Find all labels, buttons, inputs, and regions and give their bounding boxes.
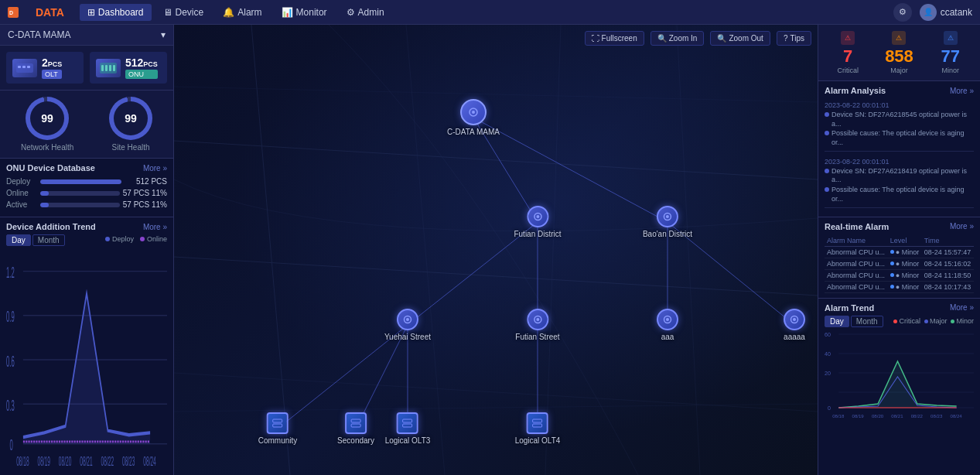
nav-alarm[interactable]: 🔔 Alarm	[215, 4, 269, 21]
online-legend-dot	[140, 237, 145, 241]
alarm-analysis-title: Alarm Analysis	[825, 86, 886, 95]
realtime-more[interactable]: More »	[950, 222, 974, 231]
network-health: 99 Network Health	[21, 97, 73, 152]
svg-rect-63	[273, 424, 282, 427]
svg-text:20: 20	[825, 371, 831, 376]
realtime-table: Alarm Name Level Time Abnormal CPU u... …	[825, 235, 974, 293]
svg-text:08/21: 08/21	[80, 453, 92, 469]
svg-point-53	[666, 215, 669, 218]
user-menu[interactable]: 👤 ccatank	[920, 4, 972, 21]
month-btn[interactable]: Month	[32, 234, 65, 246]
trend-more[interactable]: More »	[143, 223, 167, 231]
node-futian[interactable]: Futian District	[514, 206, 561, 238]
minor-type: Minor	[942, 67, 960, 74]
active-row: Active 57 PCS 11%	[6, 200, 167, 209]
day-month-toggle: Day Month	[6, 234, 65, 246]
node-root[interactable]: C-DATA MAMA	[447, 99, 500, 136]
node-futian-street[interactable]: Futian Street	[515, 309, 559, 341]
svg-rect-4	[22, 66, 26, 68]
alarm-entry-1: 2023-08-22 00:01:01 Device SN: DF27A6218…	[825, 99, 974, 152]
svg-text:0.6: 0.6	[6, 352, 15, 369]
node-secondary[interactable]: Secondary	[337, 412, 374, 445]
admin-icon: ⚙	[347, 7, 355, 18]
alarm-month-btn[interactable]: Month	[851, 316, 883, 327]
svg-rect-5	[27, 66, 30, 68]
olt-count: 2PCS	[42, 56, 62, 69]
nav-device[interactable]: 🖥 Device	[155, 4, 212, 21]
node-aaa[interactable]: aaa	[657, 309, 678, 341]
alarm-day-btn[interactable]: Day	[825, 316, 849, 327]
svg-rect-66	[403, 419, 412, 422]
alarm-analysis-header: Alarm Analysis More »	[825, 86, 974, 95]
node-baoan[interactable]: Bao'an District	[643, 206, 692, 238]
onu-count: 512PCS	[125, 56, 158, 69]
alarm-trend-title: Alarm Trend	[825, 303, 874, 313]
svg-rect-67	[403, 424, 412, 427]
alarm-dot	[825, 187, 829, 192]
nav-items: ⊞ Dashboard 🖥 Device 🔔 Alarm 📊 Monitor ⚙…	[80, 4, 893, 21]
minor-count: 77	[941, 46, 960, 67]
critical-legend-dot	[893, 320, 897, 323]
olt-card[interactable]: 2PCS OLT	[6, 52, 84, 84]
node-aaaaa[interactable]: aaaaa	[784, 309, 805, 341]
svg-text:08/20: 08/20	[872, 414, 884, 419]
major-icon: ⚠	[892, 31, 906, 45]
node-yuehai[interactable]: Yuehai Street	[384, 309, 431, 341]
critical-type: Critical	[837, 67, 859, 74]
fullscreen-btn[interactable]: ⛶ Fullscreen	[585, 31, 644, 46]
alarm-trend-chart: 60 40 20 0 08/18 08/19 08/20 08/21	[825, 330, 974, 423]
site-selector-label: C-DATA MAMA	[8, 29, 71, 40]
username: ccatank	[941, 7, 972, 18]
alarm-table-row: Abnormal CPU u... ● Minor 08-24 15:16:02	[825, 258, 974, 269]
nav-monitor[interactable]: 📊 Monitor	[274, 4, 335, 21]
onu-info: 512PCS ONU	[125, 56, 158, 79]
svg-text:08/22: 08/22	[911, 414, 924, 419]
onu-badge: ONU	[125, 70, 158, 79]
onu-icon	[96, 59, 121, 77]
svg-text:0: 0	[9, 436, 12, 453]
onu-db-more[interactable]: More »	[143, 164, 167, 173]
health-section: 99 Network Health 99 Site Health	[0, 91, 173, 159]
day-btn[interactable]: Day	[6, 234, 31, 246]
svg-line-35	[677, 25, 700, 475]
tips-btn[interactable]: ? Tips	[777, 31, 811, 46]
svg-text:0: 0	[828, 405, 831, 411]
zoom-out-btn[interactable]: 🔍 Zoom Out	[710, 31, 770, 46]
device-icon: 🖥	[163, 7, 172, 18]
critical-count: 7	[843, 46, 852, 67]
settings-icon-btn[interactable]: ⚙	[893, 3, 912, 22]
node-olt3[interactable]: Logical OLT3	[385, 412, 431, 445]
map-controls: ⛶ Fullscreen 🔍 Zoom In 🔍 Zoom Out ? Tips	[585, 31, 811, 46]
svg-rect-69	[533, 424, 542, 427]
svg-text:08/21: 08/21	[891, 414, 903, 419]
alarm-table-row: Abnormal CPU u... ● Minor 08-24 11:18:50	[825, 269, 974, 281]
alarm-dot	[825, 131, 829, 135]
device-trend: Device Addition Trend More » Day Month D…	[0, 217, 173, 475]
nav-dashboard[interactable]: ⊞ Dashboard	[80, 4, 152, 21]
device-summary: 2PCS OLT 512PCS	[0, 46, 173, 91]
site-selector[interactable]: C-DATA MAMA ▾	[0, 25, 173, 46]
alarm-table-row: Abnormal CPU u... ● Minor 08-24 10:17:43	[825, 281, 974, 292]
online-row: Online 57 PCS 11%	[6, 189, 167, 197]
trend-title: Device Addition Trend	[6, 222, 96, 231]
svg-rect-10	[113, 65, 115, 71]
svg-line-37	[174, 404, 818, 412]
zoom-in-btn[interactable]: 🔍 Zoom In	[650, 31, 705, 46]
critical-icon: ⚠	[841, 31, 855, 45]
map-area[interactable]: ⛶ Fullscreen 🔍 Zoom In 🔍 Zoom Out ? Tips…	[174, 25, 818, 475]
svg-text:08/24: 08/24	[143, 453, 155, 469]
alarm-trend-toggle: Day Month	[825, 316, 883, 327]
nav-right: ⚙ 👤 ccatank	[893, 3, 972, 22]
node-olt4[interactable]: Logical OLT4	[515, 412, 561, 445]
alarm-analysis-more[interactable]: More »	[950, 87, 974, 95]
trend-legend: Deploy Online	[105, 235, 167, 243]
node-community[interactable]: Community	[258, 412, 298, 445]
alarm-trend-legend: Critical Major Minor	[893, 317, 974, 325]
logo: D DATA	[8, 5, 64, 20]
alarm-trend-more[interactable]: More »	[950, 303, 974, 312]
realtime-alarm: Real-time Alarm More » Alarm Name Level …	[818, 217, 980, 299]
svg-point-61	[793, 318, 796, 321]
onu-card[interactable]: 512PCS ONU	[90, 52, 167, 84]
nav-admin[interactable]: ⚙ Admin	[339, 4, 392, 21]
zoom-in-icon: 🔍	[657, 34, 667, 43]
